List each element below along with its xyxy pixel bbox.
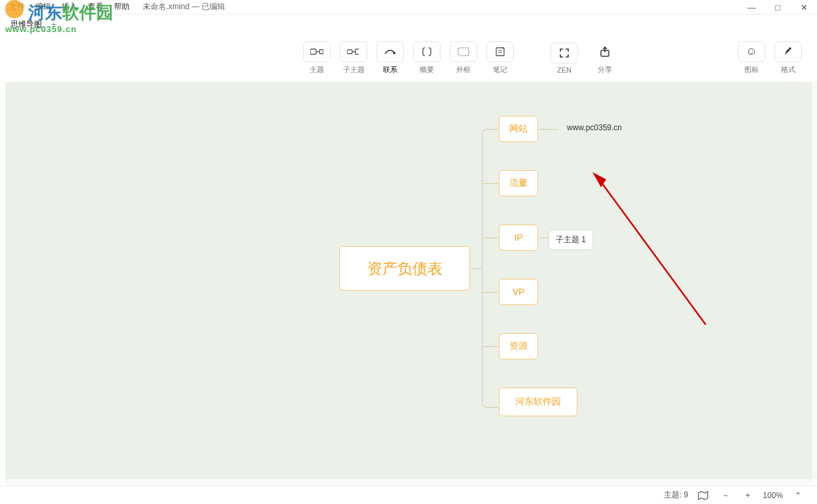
boundary-label: 外框 bbox=[456, 65, 471, 75]
minimize-button[interactable]: — bbox=[738, 0, 765, 14]
menu-help[interactable]: 帮助 bbox=[109, 1, 135, 12]
svg-rect-9 bbox=[458, 48, 469, 56]
mindmap-canvas[interactable]: 资产负债表 网站 流量 IP VP 资源 河东软件园 www.pc0359.cn… bbox=[5, 82, 812, 486]
subtopic-label: 子主题 bbox=[343, 65, 365, 75]
topic-button[interactable]: 主题 bbox=[299, 41, 335, 75]
topic-icon bbox=[303, 41, 331, 62]
zen-icon bbox=[551, 43, 578, 63]
vertical-scrollbar[interactable] bbox=[812, 82, 817, 479]
menu-bar: 文件 编辑 插入 查看 帮助 未命名.xmind — 已编辑 bbox=[0, 0, 817, 14]
share-button[interactable]: 分享 bbox=[583, 41, 627, 75]
summary-button[interactable]: 概要 bbox=[408, 41, 445, 75]
zoom-in-button[interactable]: + bbox=[740, 490, 755, 501]
topic-website[interactable]: 网站 bbox=[499, 116, 538, 142]
subtopic-url[interactable]: www.pc0359.cn bbox=[567, 123, 622, 132]
share-label: 分享 bbox=[598, 65, 612, 75]
zoom-level[interactable]: 100% bbox=[763, 491, 783, 500]
smile-icon: ☺ bbox=[738, 41, 765, 62]
icon-button[interactable]: ☺ 图标 bbox=[733, 41, 770, 75]
menu-file[interactable]: 文件 bbox=[4, 1, 30, 12]
relationship-label: 联系 bbox=[383, 65, 397, 75]
svg-rect-2 bbox=[319, 50, 323, 54]
toolbar: 主题 子主题 联系 概要 外框 bbox=[0, 34, 817, 82]
brush-icon bbox=[774, 41, 802, 62]
topic-count-label: 主题: 9 bbox=[664, 490, 688, 501]
summary-icon bbox=[413, 41, 441, 62]
maximize-button[interactable]: □ bbox=[765, 0, 791, 14]
tab-mindmap[interactable]: 思维导图 bbox=[5, 17, 47, 32]
boundary-button[interactable]: 外框 bbox=[445, 41, 482, 75]
note-icon bbox=[486, 41, 514, 62]
map-overview-icon[interactable] bbox=[696, 490, 710, 501]
format-label: 格式 bbox=[781, 65, 795, 75]
close-button[interactable]: ✕ bbox=[791, 0, 817, 14]
subtopic-icon bbox=[340, 41, 367, 62]
status-bar: 主题: 9 − + 100% ⌃ bbox=[0, 486, 817, 504]
svg-marker-15 bbox=[592, 172, 606, 187]
topic-vp[interactable]: VP bbox=[499, 279, 538, 305]
format-button[interactable]: 格式 bbox=[770, 41, 807, 75]
share-icon bbox=[591, 41, 619, 62]
relationship-button[interactable]: 联系 bbox=[372, 41, 408, 75]
horizontal-scrollbar[interactable] bbox=[5, 479, 812, 486]
svg-rect-0 bbox=[310, 49, 316, 54]
menu-insert[interactable]: 插入 bbox=[56, 1, 82, 12]
zoom-out-button[interactable]: − bbox=[718, 490, 733, 501]
boundary-icon bbox=[450, 41, 477, 62]
svg-line-14 bbox=[598, 177, 706, 325]
icon-label: 图标 bbox=[744, 65, 759, 75]
menu-edit[interactable]: 编辑 bbox=[30, 1, 56, 12]
document-title: 未命名.xmind — 已编辑 bbox=[143, 1, 225, 12]
topic-traffic[interactable]: 流量 bbox=[499, 170, 538, 196]
topic-hedong[interactable]: 河东软件园 bbox=[499, 387, 577, 416]
svg-rect-3 bbox=[347, 50, 352, 54]
topic-resource[interactable]: 资源 bbox=[499, 333, 538, 359]
zen-button[interactable]: ZEN bbox=[546, 41, 583, 75]
window-controls: — □ ✕ bbox=[738, 0, 817, 14]
subtopic-button[interactable]: 子主题 bbox=[335, 41, 372, 75]
summary-label: 概要 bbox=[420, 65, 434, 75]
note-button[interactable]: 笔记 bbox=[482, 41, 518, 75]
tab-bar: 思维导图 + bbox=[0, 14, 817, 34]
central-topic[interactable]: 资产负债表 bbox=[339, 246, 470, 291]
subtopic-1[interactable]: 子主题 1 bbox=[549, 230, 593, 250]
expand-icon[interactable]: ⌃ bbox=[791, 490, 805, 501]
relationship-icon bbox=[376, 41, 404, 62]
topic-ip[interactable]: IP bbox=[499, 225, 538, 251]
add-tab-button[interactable]: + bbox=[51, 19, 56, 29]
zen-label: ZEN bbox=[557, 66, 572, 74]
annotation-arrow bbox=[588, 168, 719, 331]
svg-rect-10 bbox=[496, 48, 504, 56]
menu-view[interactable]: 查看 bbox=[82, 1, 109, 12]
topic-label: 主题 bbox=[310, 65, 324, 75]
note-label: 笔记 bbox=[493, 65, 507, 75]
